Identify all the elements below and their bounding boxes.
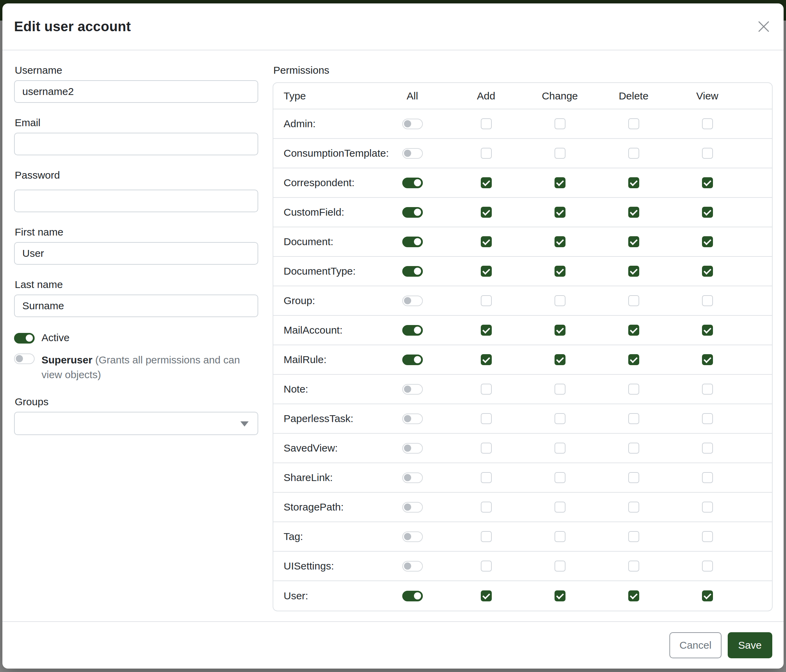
permission-all-toggle[interactable] bbox=[402, 413, 423, 424]
permission-view-checkbox[interactable] bbox=[702, 177, 713, 188]
permission-type-label: MailAccount: bbox=[284, 324, 343, 336]
permission-add-checkbox[interactable] bbox=[481, 118, 492, 129]
permission-change-checkbox[interactable] bbox=[555, 325, 566, 336]
permission-delete-checkbox[interactable] bbox=[628, 177, 639, 188]
permission-all-toggle[interactable] bbox=[402, 207, 423, 218]
permission-delete-checkbox[interactable] bbox=[628, 590, 639, 601]
permission-all-toggle[interactable] bbox=[402, 473, 423, 483]
superuser-toggle[interactable] bbox=[14, 353, 35, 364]
permission-change-checkbox[interactable] bbox=[555, 502, 566, 513]
toggle-knob bbox=[414, 238, 421, 245]
permission-add-checkbox[interactable] bbox=[481, 413, 492, 424]
permission-all-toggle[interactable] bbox=[402, 119, 423, 129]
permission-delete-checkbox[interactable] bbox=[628, 472, 639, 483]
first-name-field[interactable] bbox=[14, 242, 258, 265]
groups-select[interactable] bbox=[14, 412, 258, 435]
permission-delete-checkbox[interactable] bbox=[628, 148, 639, 159]
permission-view-checkbox[interactable] bbox=[702, 413, 713, 424]
permission-all-toggle[interactable] bbox=[402, 355, 423, 365]
permission-change-checkbox[interactable] bbox=[555, 531, 566, 542]
permission-add-checkbox[interactable] bbox=[481, 354, 492, 365]
cancel-button[interactable]: Cancel bbox=[670, 632, 721, 658]
permission-all-toggle[interactable] bbox=[402, 591, 423, 601]
permission-view-checkbox[interactable] bbox=[702, 325, 713, 336]
permission-all-toggle[interactable] bbox=[402, 502, 423, 513]
permission-view-checkbox[interactable] bbox=[702, 590, 713, 601]
permission-all-toggle[interactable] bbox=[402, 237, 423, 247]
permission-delete-checkbox[interactable] bbox=[628, 413, 639, 424]
permission-view-checkbox[interactable] bbox=[702, 148, 713, 159]
permission-all-toggle[interactable] bbox=[402, 266, 423, 277]
permission-change-checkbox[interactable] bbox=[555, 148, 566, 159]
permission-add-checkbox[interactable] bbox=[481, 443, 492, 454]
permission-delete-checkbox[interactable] bbox=[628, 561, 639, 572]
permission-add-checkbox[interactable] bbox=[481, 266, 492, 277]
permission-add-checkbox[interactable] bbox=[481, 148, 492, 159]
permission-view-checkbox[interactable] bbox=[702, 266, 713, 277]
permission-delete-checkbox[interactable] bbox=[628, 531, 639, 542]
permission-delete-checkbox[interactable] bbox=[628, 236, 639, 247]
toggle-knob bbox=[26, 334, 33, 342]
permission-add-checkbox[interactable] bbox=[481, 236, 492, 247]
permission-change-checkbox[interactable] bbox=[555, 266, 566, 277]
permission-add-checkbox[interactable] bbox=[481, 472, 492, 483]
permission-add-checkbox[interactable] bbox=[481, 384, 492, 395]
permission-add-checkbox[interactable] bbox=[481, 325, 492, 336]
permission-delete-checkbox[interactable] bbox=[628, 266, 639, 277]
permission-type-label: Correspondent: bbox=[284, 177, 355, 188]
permission-change-checkbox[interactable] bbox=[555, 177, 566, 188]
permission-change-checkbox[interactable] bbox=[555, 443, 566, 454]
close-icon[interactable] bbox=[757, 20, 770, 34]
permission-view-checkbox[interactable] bbox=[702, 561, 713, 572]
permission-delete-checkbox[interactable] bbox=[628, 384, 639, 395]
permission-view-checkbox[interactable] bbox=[702, 295, 713, 306]
active-toggle[interactable] bbox=[14, 333, 35, 344]
permission-change-checkbox[interactable] bbox=[555, 472, 566, 483]
permission-add-checkbox[interactable] bbox=[481, 295, 492, 306]
permission-view-checkbox[interactable] bbox=[702, 354, 713, 365]
permission-delete-checkbox[interactable] bbox=[628, 118, 639, 129]
permission-all-toggle[interactable] bbox=[402, 561, 423, 572]
permission-delete-checkbox[interactable] bbox=[628, 354, 639, 365]
permission-view-checkbox[interactable] bbox=[702, 207, 713, 218]
permission-delete-checkbox[interactable] bbox=[628, 443, 639, 454]
permission-all-toggle[interactable] bbox=[402, 531, 423, 542]
permission-view-checkbox[interactable] bbox=[702, 384, 713, 395]
permission-all-toggle[interactable] bbox=[402, 177, 423, 188]
last-name-field[interactable] bbox=[14, 295, 258, 317]
email-field[interactable] bbox=[14, 133, 258, 155]
permission-change-checkbox[interactable] bbox=[555, 384, 566, 395]
permission-all-toggle[interactable] bbox=[402, 148, 423, 159]
permission-delete-checkbox[interactable] bbox=[628, 207, 639, 218]
permission-change-checkbox[interactable] bbox=[555, 118, 566, 129]
permission-add-checkbox[interactable] bbox=[481, 531, 492, 542]
permission-view-checkbox[interactable] bbox=[702, 118, 713, 129]
permission-change-checkbox[interactable] bbox=[555, 354, 566, 365]
permission-delete-checkbox[interactable] bbox=[628, 295, 639, 306]
save-button[interactable]: Save bbox=[728, 632, 772, 658]
permission-all-toggle[interactable] bbox=[402, 295, 423, 306]
permission-add-checkbox[interactable] bbox=[481, 502, 492, 513]
permission-view-checkbox[interactable] bbox=[702, 531, 713, 542]
permission-change-checkbox[interactable] bbox=[555, 590, 566, 601]
permission-delete-checkbox[interactable] bbox=[628, 502, 639, 513]
permission-view-checkbox[interactable] bbox=[702, 236, 713, 247]
permission-change-checkbox[interactable] bbox=[555, 413, 566, 424]
permission-change-checkbox[interactable] bbox=[555, 207, 566, 218]
permission-all-toggle[interactable] bbox=[402, 325, 423, 336]
permission-delete-checkbox[interactable] bbox=[628, 325, 639, 336]
permission-view-checkbox[interactable] bbox=[702, 502, 713, 513]
permission-view-checkbox[interactable] bbox=[702, 443, 713, 454]
username-input[interactable] bbox=[14, 80, 258, 103]
password-field[interactable] bbox=[14, 190, 258, 212]
permission-view-checkbox[interactable] bbox=[702, 472, 713, 483]
permission-add-checkbox[interactable] bbox=[481, 590, 492, 601]
permission-all-toggle[interactable] bbox=[402, 384, 423, 395]
permission-add-checkbox[interactable] bbox=[481, 561, 492, 572]
permission-add-checkbox[interactable] bbox=[481, 177, 492, 188]
permission-change-checkbox[interactable] bbox=[555, 295, 566, 306]
permission-add-checkbox[interactable] bbox=[481, 207, 492, 218]
permission-change-checkbox[interactable] bbox=[555, 236, 566, 247]
permission-change-checkbox[interactable] bbox=[555, 561, 566, 572]
permission-all-toggle[interactable] bbox=[402, 443, 423, 454]
